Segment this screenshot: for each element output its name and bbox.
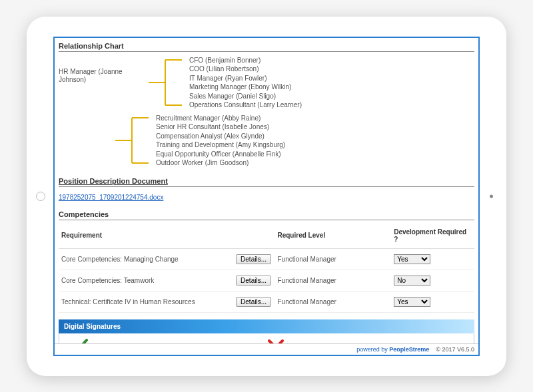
level-cell: Functional Manager	[274, 291, 391, 312]
section-document-title: Position Description Document	[59, 174, 474, 187]
level-cell: Functional Manager	[274, 248, 391, 270]
bracket-icon	[112, 114, 152, 168]
details-button[interactable]: Details...	[236, 276, 271, 286]
peer-item: COO (Lilian Robertson)	[189, 65, 302, 74]
home-button[interactable]	[36, 192, 45, 201]
peer-list: CFO (Benjamin Bonner)COO (Lilian Roberts…	[185, 56, 302, 110]
document-link[interactable]: 1978252075_1709201224754.docx	[59, 194, 163, 201]
relationship-chart: HR Manager (Joanne Johnson) CFO (Benjami…	[59, 56, 474, 168]
relationship-root: HR Manager (Joanne Johnson)	[59, 56, 145, 85]
col-requirement: Requirement	[59, 224, 233, 249]
x-icon	[266, 338, 285, 343]
footer-brand: powered by PeopleStreme	[356, 346, 429, 353]
development-select[interactable]: Yes	[394, 254, 430, 264]
development-select[interactable]: No	[394, 276, 430, 286]
requirement-cell: Core Competencies: Teamwork	[59, 270, 233, 291]
check-icon	[66, 337, 89, 343]
report-item: Outdoor Worker (Jim Goodson)	[156, 158, 285, 168]
report-item: Equal Opportunity Officer (Annabelle Fin…	[156, 150, 285, 159]
report-item: Senior HR Consultant (Isabelle Jones)	[156, 122, 285, 132]
requirement-cell: Core Competencies: Managing Change	[59, 248, 233, 270]
table-row: Technical: Certificate IV in Human Resou…	[59, 291, 474, 312]
details-button[interactable]: Details...	[236, 297, 271, 307]
peer-item: Marketing Manager (Ebony Wilkin)	[189, 83, 302, 92]
camera-dot	[490, 194, 493, 198]
footer-version: © 2017 V6.5.0	[436, 346, 474, 353]
bracket-icon	[145, 56, 185, 109]
col-development: Development Required ?	[391, 224, 474, 249]
col-required-level: Required Level	[274, 224, 391, 249]
peer-item: Sales Manager (Daniel Sligo)	[189, 92, 302, 101]
peer-item: Operations Consultant (Larry Learner)	[189, 100, 302, 110]
footer: powered by PeopleStreme © 2017 V6.5.0	[55, 343, 478, 355]
development-select[interactable]: Yes	[394, 297, 430, 307]
reports-list: Recruitment Manager (Abby Raine)Senior H…	[152, 114, 285, 168]
table-row: Core Competencies: Managing ChangeDetail…	[59, 248, 474, 270]
level-cell: Functional Manager	[274, 270, 391, 291]
competencies-table: Requirement Required Level Development R…	[59, 224, 474, 313]
app-screen: Relationship Chart HR Manager (Joanne Jo…	[53, 37, 480, 356]
section-relationship-title: Relationship Chart	[59, 39, 474, 52]
section-competencies-title: Competencies	[59, 208, 474, 220]
signatures-header: Digital Signatures	[59, 319, 474, 333]
scroll-content: Relationship Chart HR Manager (Joanne Jo…	[55, 38, 478, 343]
report-item: Compensation Analyst (Alex Glynde)	[156, 132, 285, 141]
signatures-body: Signed by Joanne Johnson Sep 4 2017 5:05…	[59, 333, 474, 343]
tablet-frame: Relationship Chart HR Manager (Joanne Jo…	[27, 17, 506, 376]
requirement-cell: Technical: Certificate IV in Human Resou…	[59, 291, 233, 312]
report-item: Recruitment Manager (Abby Raine)	[156, 114, 285, 123]
report-item: Training and Development (Amy Kingsburg)	[156, 140, 285, 150]
details-button[interactable]: Details...	[236, 254, 271, 264]
peer-item: IT Manager (Ryan Fowler)	[189, 74, 302, 83]
peer-item: CFO (Benjamin Bonner)	[189, 56, 302, 65]
table-row: Core Competencies: TeamworkDetails...Fun…	[59, 270, 474, 291]
